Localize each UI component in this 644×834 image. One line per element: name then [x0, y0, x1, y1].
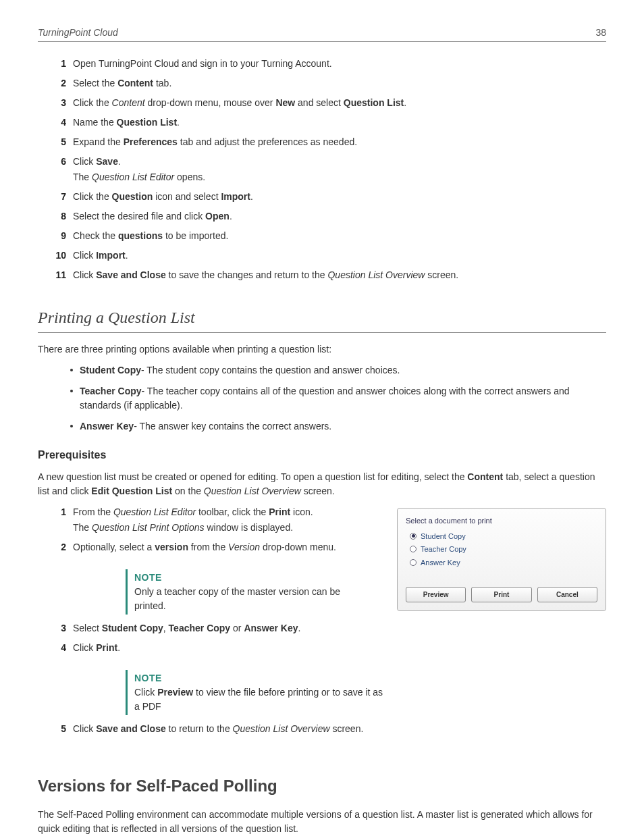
step-item: 1From the Question List Editor toolbar, … [57, 505, 383, 535]
radio-option[interactable]: Answer Key [410, 557, 597, 569]
step-subtext: The Question List Print Options window i… [73, 521, 383, 535]
step-item: 1Open TurningPoint Cloud and sign in to … [57, 57, 606, 71]
prerequisites-heading: Prerequisites [38, 447, 606, 463]
radio-icon [410, 533, 417, 540]
step-number: 2 [46, 76, 66, 90]
step-number: 4 [46, 641, 66, 655]
step-text: Select the desired file and click Open. [73, 211, 232, 221]
step-number: 6 [46, 155, 66, 169]
step-item: 5Expand the Preferences tab and adjust t… [57, 135, 606, 149]
page-header: TurningPoint Cloud 38 [38, 26, 606, 42]
step-text: Optionally, select a version from the Ve… [73, 542, 336, 552]
step-text: Select the Content tab. [73, 78, 171, 88]
step-text: Click Print. [73, 642, 120, 653]
step-text: Click Import. [73, 250, 128, 261]
step-item: 3Click the Content drop-down menu, mouse… [57, 96, 606, 110]
step-text: Click the Question icon and select Impor… [73, 191, 253, 202]
step-item: 4Name the Question List. [57, 115, 606, 130]
step-text: From the Question List Editor toolbar, c… [73, 506, 313, 517]
note-body: Click Preview to view the file before pr… [134, 685, 383, 714]
step-item: 9Check the questions to be imported. [57, 229, 606, 243]
step-number: 3 [46, 96, 66, 110]
doc-title: TurningPoint Cloud [38, 26, 118, 40]
step-item: 6Click Save.The Question List Editor ope… [57, 155, 606, 184]
print-options-dialog: Select a document to print Student CopyT… [397, 508, 606, 611]
step-item: 3Select Student Copy, Teacher Copy or An… [57, 621, 383, 635]
step-number: 11 [46, 268, 66, 282]
print-bullet-list: Student Copy- The student copy contains … [70, 363, 606, 434]
step-text: Name the Question List. [73, 117, 180, 128]
step-number: 5 [46, 135, 66, 149]
note-title: NOTE [134, 571, 369, 585]
list-item: Teacher Copy- The teacher copy contains … [70, 384, 606, 413]
radio-label: Teacher Copy [421, 544, 466, 555]
step-number: 2 [46, 540, 66, 554]
section-heading-printing: Printing a Question List [38, 305, 606, 333]
radio-label: Answer Key [421, 557, 460, 569]
page-number: 38 [595, 26, 606, 40]
step-item: 8Select the desired file and click Open. [57, 209, 606, 224]
list-item: Answer Key- The answer key contains the … [70, 419, 606, 434]
step-number: 9 [46, 229, 66, 243]
step-text: Select Student Copy, Teacher Copy or Ans… [73, 623, 300, 633]
step-text: Click Save and Close to save the changes… [73, 269, 458, 280]
step-item: 11Click Save and Close to save the chang… [57, 268, 606, 282]
step-number: 7 [46, 190, 66, 204]
step-text: Expand the Preferences tab and adjust th… [73, 136, 357, 147]
prerequisites-text: A new question list must be created or o… [38, 470, 606, 498]
step-item: 5Click Save and Close to return to the Q… [57, 722, 383, 736]
print-button[interactable]: Print [471, 587, 531, 602]
cancel-button[interactable]: Cancel [537, 587, 597, 602]
step-text: Click Save. [73, 156, 121, 167]
radio-option[interactable]: Student Copy [410, 531, 597, 542]
note-box-1: NOTE Only a teacher copy of the master v… [126, 569, 369, 615]
step-number: 10 [46, 249, 66, 263]
list-item: Student Copy- The student copy contains … [70, 363, 606, 377]
steps-list-b: 1From the Question List Editor toolbar, … [57, 505, 383, 554]
steps-list-d: 5Click Save and Close to return to the Q… [57, 722, 383, 736]
print-intro: There are three printing options availab… [38, 342, 606, 357]
step-item: 2Select the Content tab. [57, 76, 606, 90]
steps-list-c: 3Select Student Copy, Teacher Copy or An… [57, 621, 383, 655]
note-title: NOTE [134, 671, 383, 685]
step-item: 4Click Print. [57, 641, 383, 655]
note-body: Only a teacher copy of the master versio… [134, 585, 369, 613]
radio-label: Student Copy [421, 531, 466, 542]
section-heading-versions: Versions for Self-Paced Polling [38, 774, 606, 798]
step-text: Check the questions to be imported. [73, 230, 228, 241]
step-item: 7Click the Question icon and select Impo… [57, 190, 606, 204]
step-text: Click the Content drop-down menu, mouse … [73, 97, 406, 108]
versions-body: The Self-Paced Polling environment can a… [38, 808, 606, 834]
radio-icon [410, 559, 417, 566]
step-number: 8 [46, 209, 66, 224]
step-number: 1 [46, 505, 66, 519]
radio-option[interactable]: Teacher Copy [410, 544, 597, 555]
step-text: Click Save and Close to return to the Qu… [73, 723, 363, 734]
step-subtext: The Question List Editor opens. [73, 170, 606, 184]
step-text: Open TurningPoint Cloud and sign in to y… [73, 58, 332, 69]
preview-button[interactable]: Preview [406, 587, 466, 602]
step-number: 3 [46, 621, 66, 635]
step-item: 10Click Import. [57, 249, 606, 263]
step-number: 5 [46, 722, 66, 736]
step-number: 4 [46, 115, 66, 130]
step-number: 1 [46, 57, 66, 71]
dialog-heading: Select a document to print [406, 515, 597, 527]
step-item: 2Optionally, select a version from the V… [57, 540, 383, 554]
note-box-2: NOTE Click Preview to view the file befo… [126, 670, 383, 715]
radio-icon [410, 546, 417, 552]
steps-list-a: 1Open TurningPoint Cloud and sign in to … [57, 57, 606, 282]
